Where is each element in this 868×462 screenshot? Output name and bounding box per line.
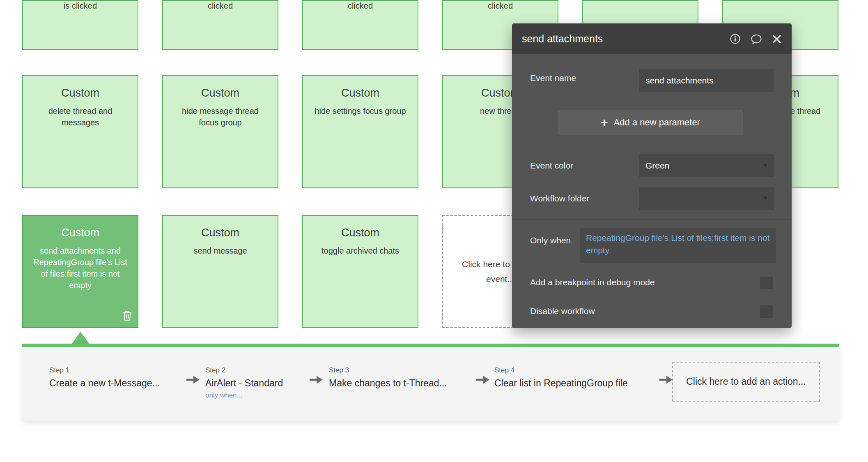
- step-3[interactable]: Step 3 Make changes to t-Thread...: [329, 366, 447, 389]
- arrow-right-icon: [309, 374, 324, 387]
- step-title: Clear list in RepeatingGroup file: [494, 378, 628, 389]
- step-label: Step 1: [49, 366, 160, 374]
- arrow-right-icon: [186, 374, 200, 387]
- breakpoint-label: Add a breakpoint in debug mode: [530, 277, 655, 287]
- step-title: Create a new t-Message...: [49, 378, 160, 389]
- workflow-folder-label: Workflow folder: [530, 194, 589, 203]
- event-color-value: Green: [645, 161, 669, 171]
- workflow-event-card-selected[interactable]: Custom send attachments and RepeatingGro…: [22, 215, 138, 328]
- event-card-body: hide message thread focus group: [171, 105, 269, 128]
- dialog-header-icons: [730, 33, 782, 44]
- event-card-title: Custom: [311, 87, 409, 99]
- step-label: Step 2: [205, 366, 283, 374]
- chevron-down-icon: ▼: [762, 162, 769, 170]
- trash-icon[interactable]: [122, 310, 133, 323]
- step-title: AirAlert - Standard: [205, 378, 283, 389]
- step-condition: only when...: [205, 391, 283, 400]
- step-label: Step 3: [329, 366, 447, 374]
- event-color-label: Event color: [530, 161, 573, 171]
- step-1[interactable]: Step 1 Create a new t-Message...: [49, 366, 160, 389]
- add-parameter-button[interactable]: + Add a new parameter: [558, 110, 743, 135]
- workflow-event-card[interactable]: clicked: [302, 0, 418, 50]
- event-card-text: clicked: [171, 1, 269, 11]
- dialog-divider: [512, 219, 792, 220]
- workflow-event-card[interactable]: clicked: [162, 0, 278, 50]
- condition-expression: RepeatingGroup file's List of files:firs…: [586, 233, 770, 255]
- event-name-input[interactable]: [639, 69, 774, 92]
- close-icon[interactable]: [772, 34, 782, 44]
- disable-workflow-checkbox[interactable]: [760, 305, 773, 318]
- workflow-event-card[interactable]: Custom delete thread and messages: [22, 75, 138, 188]
- event-properties-dialog: send attachments: [512, 23, 792, 328]
- workflow-event-card[interactable]: is clicked: [22, 0, 138, 50]
- event-card-text: clicked: [311, 1, 409, 11]
- only-when-label: Only when: [530, 236, 571, 245]
- step-title: Make changes to t-Thread...: [329, 378, 447, 389]
- step-2[interactable]: Step 2 AirAlert - Standard only when...: [205, 366, 283, 400]
- dialog-header: send attachments: [512, 23, 792, 54]
- workflow-event-card[interactable]: Custom send message: [162, 215, 278, 328]
- info-icon[interactable]: [730, 33, 741, 44]
- event-card-body: delete thread and messages: [31, 105, 129, 128]
- event-card-title: Custom: [311, 226, 409, 239]
- workflow-folder-dropdown[interactable]: ▼: [639, 187, 774, 210]
- selected-event-pointer: [72, 332, 89, 344]
- workflow-event-card[interactable]: Custom hide message thread focus group: [162, 75, 278, 188]
- event-color-dropdown[interactable]: Green ▼: [639, 154, 774, 177]
- breakpoint-checkbox[interactable]: [760, 277, 773, 289]
- only-when-condition[interactable]: RepeatingGroup file's List of files:firs…: [580, 228, 776, 263]
- dialog-title: send attachments: [522, 33, 730, 45]
- step-4[interactable]: Step 4 Clear list in RepeatingGroup file: [494, 366, 628, 389]
- arrow-right-icon: [475, 374, 490, 387]
- disable-workflow-label: Disable workflow: [530, 306, 595, 316]
- add-action-label: Click here to add an action...: [686, 376, 806, 387]
- workflow-event-card[interactable]: Custom toggle archived chats: [302, 215, 418, 328]
- event-card-body: send attachments and RepeatingGroup file…: [31, 245, 129, 291]
- arrow-right-icon: [659, 374, 673, 387]
- event-card-title: Custom: [31, 226, 129, 239]
- event-name-label: Event name: [530, 73, 576, 83]
- event-card-title: Custom: [171, 226, 269, 239]
- event-card-title: Custom: [171, 87, 269, 99]
- comment-icon[interactable]: [751, 34, 762, 44]
- event-card-body: send message: [171, 245, 269, 256]
- plus-icon: +: [601, 116, 608, 129]
- add-action-placeholder[interactable]: Click here to add an action...: [672, 362, 820, 402]
- event-card-text: is clicked: [31, 1, 129, 11]
- event-card-body: toggle archived chats: [311, 245, 409, 256]
- chevron-down-icon: ▼: [762, 194, 769, 203]
- event-card-text: clicked: [451, 1, 549, 11]
- step-label: Step 4: [494, 366, 628, 374]
- add-parameter-label: Add a new parameter: [614, 117, 700, 128]
- action-sequence-bar: Step 1 Create a new t-Message... Step 2 …: [22, 344, 839, 421]
- event-card-body: hide settings focus group: [311, 105, 409, 117]
- workflow-event-card[interactable]: Custom hide settings focus group: [302, 75, 418, 188]
- event-card-title: Custom: [31, 87, 129, 99]
